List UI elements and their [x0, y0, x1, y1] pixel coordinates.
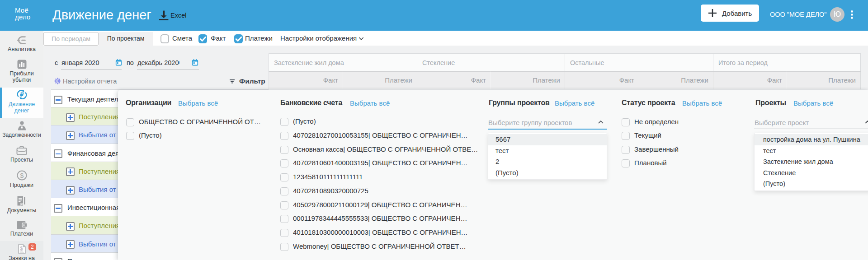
svg-text:₽: ₽	[20, 92, 24, 98]
svg-text:$: $	[20, 172, 24, 179]
svg-text:$: $	[20, 246, 23, 251]
